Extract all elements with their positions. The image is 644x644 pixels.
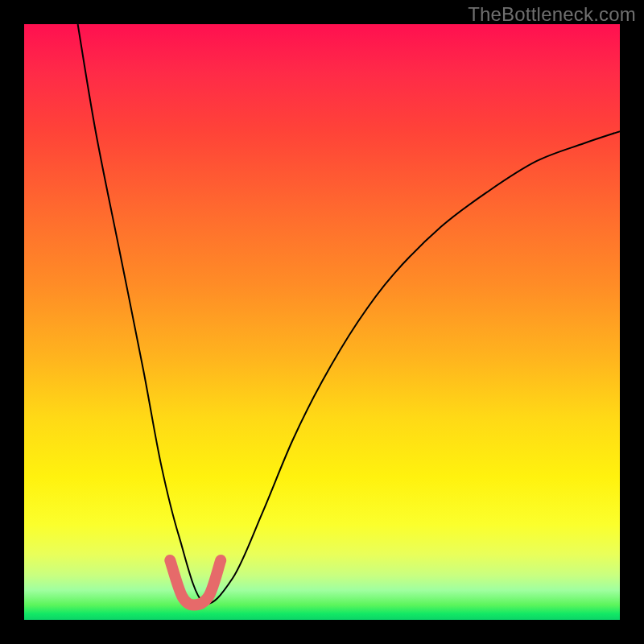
curve-path	[78, 24, 620, 604]
chart-frame: TheBottleneck.com	[0, 0, 644, 644]
plot-area	[24, 24, 620, 620]
watermark-text: TheBottleneck.com	[468, 3, 636, 26]
optimum-marker-path	[170, 560, 221, 605]
chart-svg	[24, 24, 620, 620]
